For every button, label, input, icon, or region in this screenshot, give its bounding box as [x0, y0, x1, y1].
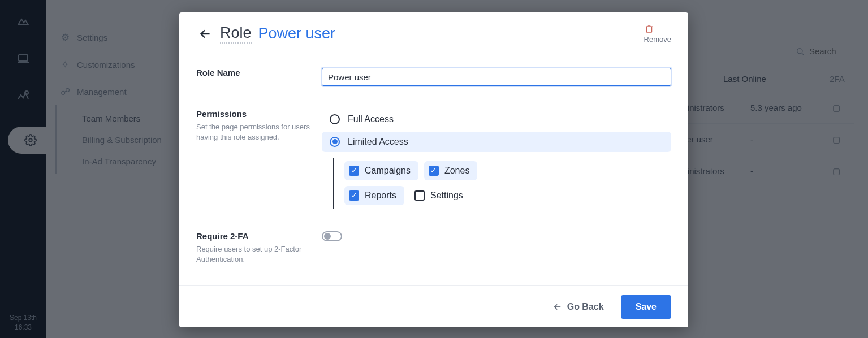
chip-label: Settings [430, 190, 463, 201]
permission-chips: ✓ Campaigns ✓ Zones ✓ Reports Settings [333, 158, 503, 209]
trash-icon [644, 24, 671, 34]
role-name-label: Role Name [196, 68, 322, 94]
modal-subtitle: Power user [258, 25, 336, 42]
radio-full-access[interactable]: Full Access [322, 109, 671, 129]
edit-role-modal: Role Power user Remove Role Name Permiss… [179, 12, 688, 327]
checkbox-icon [414, 190, 425, 201]
chip-campaigns[interactable]: ✓ Campaigns [344, 161, 418, 180]
go-back-button[interactable]: Go Back [552, 302, 604, 312]
chip-zones[interactable]: ✓ Zones [424, 161, 477, 180]
remove-button[interactable]: Remove [644, 24, 671, 44]
role-name-input[interactable] [322, 68, 671, 86]
svg-rect-4 [646, 27, 651, 32]
chip-label: Zones [444, 166, 469, 176]
twofa-toggle[interactable] [322, 231, 342, 241]
permissions-label: Permissions [196, 109, 322, 119]
chip-settings[interactable]: Settings [410, 186, 471, 205]
radio-icon [330, 137, 340, 147]
back-button[interactable] [196, 25, 214, 43]
modal-body: Role Name Permissions Set the page permi… [179, 55, 688, 285]
checkbox-icon: ✓ [429, 166, 439, 176]
radio-limited-access[interactable]: Limited Access [322, 132, 671, 152]
twofa-label: Require 2-FA [196, 231, 322, 241]
modal-title: Role [220, 24, 252, 44]
modal-header: Role Power user Remove [179, 12, 688, 55]
radio-label: Full Access [348, 114, 394, 124]
go-back-label: Go Back [567, 302, 604, 312]
permissions-help: Set the page permissions for users havin… [196, 122, 322, 142]
modal-footer: Go Back Save [179, 285, 688, 327]
checkbox-icon: ✓ [349, 166, 359, 176]
remove-label: Remove [644, 35, 671, 44]
save-button[interactable]: Save [621, 295, 671, 319]
chip-label: Reports [365, 190, 396, 201]
chip-label: Campaigns [365, 166, 411, 176]
twofa-help: Require users to set up 2-Factor Authent… [196, 244, 322, 265]
chip-reports[interactable]: ✓ Reports [344, 186, 404, 205]
radio-label: Limited Access [348, 137, 408, 147]
checkbox-icon: ✓ [349, 190, 359, 201]
radio-icon [330, 114, 340, 124]
